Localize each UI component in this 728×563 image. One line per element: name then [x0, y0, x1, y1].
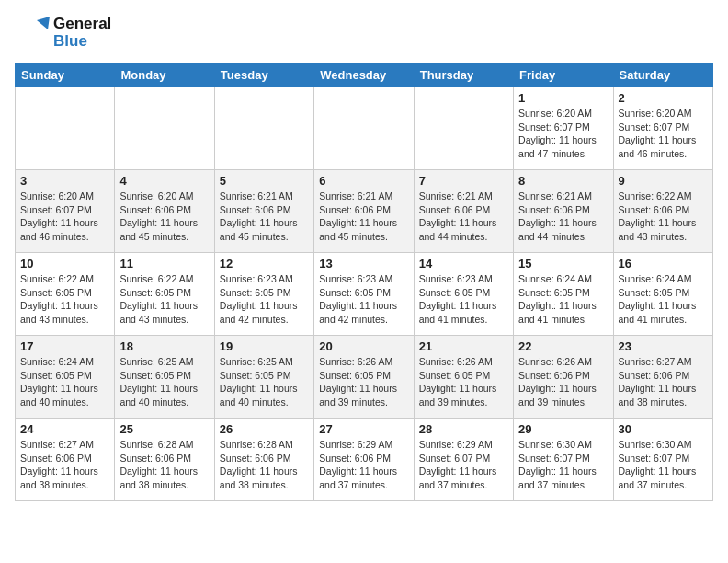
day-info: Sunrise: 6:27 AM Sunset: 6:06 PM Dayligh… [20, 438, 109, 492]
day-info: Sunrise: 6:22 AM Sunset: 6:05 PM Dayligh… [119, 272, 209, 327]
day-info: Sunrise: 6:20 AM Sunset: 6:07 PM Dayligh… [619, 107, 708, 161]
day-number: 20 [319, 339, 408, 353]
day-info: Sunrise: 6:22 AM Sunset: 6:05 PM Dayligh… [20, 272, 109, 327]
day-number: 6 [319, 174, 408, 188]
day-info: Sunrise: 6:29 AM Sunset: 6:07 PM Dayligh… [419, 438, 508, 492]
calendar-cell: 22Sunrise: 6:26 AM Sunset: 6:06 PM Dayli… [514, 336, 613, 419]
day-number: 17 [20, 339, 109, 353]
calendar-cell: 6Sunrise: 6:21 AM Sunset: 6:06 PM Daylig… [314, 170, 414, 253]
day-info: Sunrise: 6:21 AM Sunset: 6:06 PM Dayligh… [220, 190, 309, 244]
day-info: Sunrise: 6:21 AM Sunset: 6:06 PM Dayligh… [518, 190, 608, 244]
day-info: Sunrise: 6:23 AM Sunset: 6:05 PM Dayligh… [319, 272, 408, 327]
day-info: Sunrise: 6:22 AM Sunset: 6:06 PM Dayligh… [619, 190, 708, 244]
day-number: 14 [419, 257, 508, 270]
calendar-cell: 20Sunrise: 6:26 AM Sunset: 6:05 PM Dayli… [314, 336, 414, 419]
day-info: Sunrise: 6:27 AM Sunset: 6:06 PM Dayligh… [619, 355, 708, 409]
day-info: Sunrise: 6:25 AM Sunset: 6:05 PM Dayligh… [220, 355, 309, 409]
day-number: 26 [220, 422, 309, 436]
day-number: 22 [518, 339, 608, 353]
calendar-cell: 21Sunrise: 6:26 AM Sunset: 6:05 PM Dayli… [414, 336, 513, 419]
calendar-cell: 25Sunrise: 6:28 AM Sunset: 6:06 PM Dayli… [115, 419, 214, 501]
day-number: 25 [119, 422, 209, 436]
day-number: 3 [20, 174, 109, 188]
calendar-cell: 2Sunrise: 6:20 AM Sunset: 6:07 PM Daylig… [613, 87, 712, 170]
logo-text-blue: Blue [53, 33, 111, 51]
calendar-cell: 1Sunrise: 6:20 AM Sunset: 6:07 PM Daylig… [514, 87, 613, 170]
calendar-cell [115, 87, 214, 170]
day-info: Sunrise: 6:21 AM Sunset: 6:06 PM Dayligh… [319, 190, 408, 244]
weekday-header-thursday: Thursday [414, 63, 513, 87]
weekday-header-wednesday: Wednesday [314, 63, 414, 87]
calendar-cell: 13Sunrise: 6:23 AM Sunset: 6:05 PM Dayli… [314, 253, 414, 336]
day-info: Sunrise: 6:24 AM Sunset: 6:05 PM Dayligh… [518, 272, 608, 327]
day-info: Sunrise: 6:26 AM Sunset: 6:05 PM Dayligh… [319, 355, 408, 409]
day-number: 12 [220, 257, 309, 270]
weekday-header-monday: Monday [115, 63, 214, 87]
day-number: 2 [619, 91, 708, 105]
calendar-cell: 28Sunrise: 6:29 AM Sunset: 6:07 PM Dayli… [414, 419, 513, 501]
day-info: Sunrise: 6:29 AM Sunset: 6:06 PM Dayligh… [319, 438, 408, 492]
day-number: 16 [619, 257, 708, 270]
day-info: Sunrise: 6:30 AM Sunset: 6:07 PM Dayligh… [619, 438, 708, 492]
day-info: Sunrise: 6:21 AM Sunset: 6:06 PM Dayligh… [419, 190, 508, 244]
calendar-cell: 15Sunrise: 6:24 AM Sunset: 6:05 PM Dayli… [514, 253, 613, 336]
calendar-week-row: 17Sunrise: 6:24 AM Sunset: 6:05 PM Dayli… [16, 336, 713, 419]
weekday-header-friday: Friday [514, 63, 613, 87]
day-number: 30 [619, 422, 708, 436]
day-number: 19 [220, 339, 309, 353]
calendar-cell: 4Sunrise: 6:20 AM Sunset: 6:06 PM Daylig… [115, 170, 214, 253]
calendar-cell: 9Sunrise: 6:22 AM Sunset: 6:06 PM Daylig… [613, 170, 712, 253]
day-number: 21 [419, 339, 508, 353]
calendar-cell [16, 87, 115, 170]
calendar-cell [314, 87, 414, 170]
calendar-week-row: 3Sunrise: 6:20 AM Sunset: 6:07 PM Daylig… [16, 170, 713, 253]
day-number: 1 [518, 91, 608, 105]
calendar-cell: 8Sunrise: 6:21 AM Sunset: 6:06 PM Daylig… [514, 170, 613, 253]
day-info: Sunrise: 6:23 AM Sunset: 6:05 PM Dayligh… [220, 272, 309, 327]
day-info: Sunrise: 6:24 AM Sunset: 6:05 PM Dayligh… [619, 272, 708, 327]
calendar-cell: 14Sunrise: 6:23 AM Sunset: 6:05 PM Dayli… [414, 253, 513, 336]
day-number: 28 [419, 422, 508, 436]
day-info: Sunrise: 6:20 AM Sunset: 6:07 PM Dayligh… [518, 107, 608, 161]
day-info: Sunrise: 6:23 AM Sunset: 6:05 PM Dayligh… [419, 272, 508, 327]
calendar-cell [414, 87, 513, 170]
calendar-cell: 23Sunrise: 6:27 AM Sunset: 6:06 PM Dayli… [613, 336, 712, 419]
day-info: Sunrise: 6:20 AM Sunset: 6:07 PM Dayligh… [20, 190, 109, 244]
calendar-cell: 27Sunrise: 6:29 AM Sunset: 6:06 PM Dayli… [314, 419, 414, 501]
calendar-cell: 12Sunrise: 6:23 AM Sunset: 6:05 PM Dayli… [214, 253, 313, 336]
logo: General Blue [15, 15, 111, 52]
day-number: 29 [518, 422, 608, 436]
day-number: 11 [119, 257, 209, 270]
calendar-cell: 10Sunrise: 6:22 AM Sunset: 6:05 PM Dayli… [16, 253, 115, 336]
page-header: General Blue [15, 15, 713, 52]
weekday-header-sunday: Sunday [16, 63, 115, 87]
calendar-cell: 11Sunrise: 6:22 AM Sunset: 6:05 PM Dayli… [115, 253, 214, 336]
day-number: 13 [319, 257, 408, 270]
calendar-cell: 24Sunrise: 6:27 AM Sunset: 6:06 PM Dayli… [16, 419, 115, 501]
day-number: 15 [518, 257, 608, 270]
day-number: 18 [119, 339, 209, 353]
calendar-week-row: 24Sunrise: 6:27 AM Sunset: 6:06 PM Dayli… [16, 419, 713, 501]
day-number: 8 [518, 174, 608, 188]
calendar-cell: 7Sunrise: 6:21 AM Sunset: 6:06 PM Daylig… [414, 170, 513, 253]
calendar-week-row: 1Sunrise: 6:20 AM Sunset: 6:07 PM Daylig… [16, 87, 713, 170]
day-number: 24 [20, 422, 109, 436]
calendar-cell: 17Sunrise: 6:24 AM Sunset: 6:05 PM Dayli… [16, 336, 115, 419]
calendar-cell: 29Sunrise: 6:30 AM Sunset: 6:07 PM Dayli… [514, 419, 613, 501]
day-info: Sunrise: 6:26 AM Sunset: 6:06 PM Dayligh… [518, 355, 608, 409]
calendar-cell [214, 87, 313, 170]
calendar-cell: 19Sunrise: 6:25 AM Sunset: 6:05 PM Dayli… [214, 336, 313, 419]
calendar-cell: 16Sunrise: 6:24 AM Sunset: 6:05 PM Dayli… [613, 253, 712, 336]
weekday-header-row: SundayMondayTuesdayWednesdayThursdayFrid… [16, 63, 713, 87]
day-info: Sunrise: 6:20 AM Sunset: 6:06 PM Dayligh… [119, 190, 209, 244]
day-info: Sunrise: 6:24 AM Sunset: 6:05 PM Dayligh… [20, 355, 109, 409]
day-number: 9 [619, 174, 708, 188]
calendar-cell: 30Sunrise: 6:30 AM Sunset: 6:07 PM Dayli… [613, 419, 712, 501]
weekday-header-saturday: Saturday [613, 63, 712, 87]
calendar-week-row: 10Sunrise: 6:22 AM Sunset: 6:05 PM Dayli… [16, 253, 713, 336]
day-info: Sunrise: 6:26 AM Sunset: 6:05 PM Dayligh… [419, 355, 508, 409]
calendar-cell: 26Sunrise: 6:28 AM Sunset: 6:06 PM Dayli… [214, 419, 313, 501]
day-number: 5 [220, 174, 309, 188]
calendar-cell: 18Sunrise: 6:25 AM Sunset: 6:05 PM Dayli… [115, 336, 214, 419]
day-number: 4 [119, 174, 209, 188]
